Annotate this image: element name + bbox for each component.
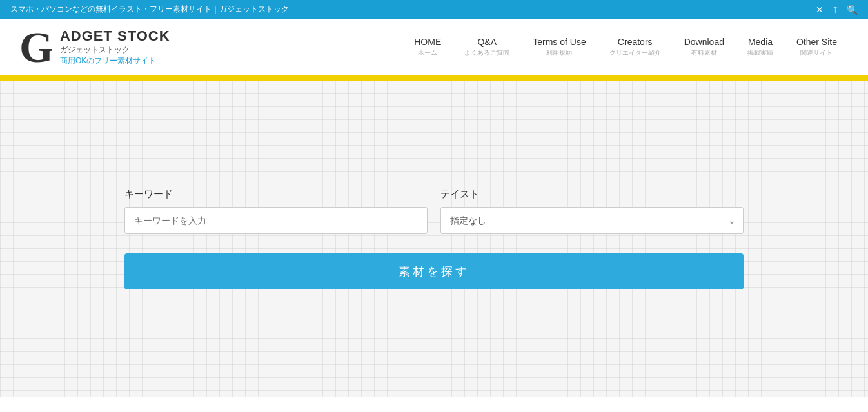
taste-select-wrapper: 指定なし ⌄: [440, 207, 744, 234]
header: G ADGET STOCK ガジェットストック 商用OKのフリー素材サイト HO…: [0, 19, 868, 75]
nav-qa-label: Q&A: [477, 37, 497, 47]
main-nav: HOME ホーム Q&A よくあるご質問 Terms of Use 利用規約 C…: [402, 33, 849, 61]
nav-creators-sub: クリエイター紹介: [609, 48, 661, 57]
taste-col: テイスト 指定なし ⌄: [440, 188, 744, 234]
taste-select[interactable]: 指定なし: [440, 207, 744, 234]
logo-letter: G: [19, 25, 54, 69]
nav-terms[interactable]: Terms of Use 利用規約: [521, 33, 597, 61]
logo-text: ADGET STOCK ガジェットストック 商用OKのフリー素材サイト: [60, 28, 170, 66]
nav-home-label: HOME: [414, 37, 441, 47]
nav-creators[interactable]: Creators クリエイター紹介: [598, 33, 673, 61]
nav-download-label: Download: [684, 37, 724, 47]
logo-title: ADGET STOCK: [60, 28, 170, 44]
main-content: キーワード テイスト 指定なし ⌄ 素材を探す: [0, 81, 868, 397]
banner-text: スマホ・パソコンなどの無料イラスト・フリー素材サイト｜ガジェットストック: [10, 4, 289, 15]
keyword-col: キーワード: [124, 188, 428, 234]
taste-label: テイスト: [440, 188, 744, 201]
search-button[interactable]: 素材を探す: [124, 253, 744, 289]
search-row: キーワード テイスト 指定なし ⌄: [124, 188, 744, 234]
logo-subtitle-jp: ガジェットストック: [60, 44, 170, 55]
nav-creators-label: Creators: [618, 37, 653, 47]
nav-media-sub: 掲載実績: [747, 48, 773, 57]
banner-icons: ✕ ⍑ 🔍: [816, 5, 858, 15]
keyword-label: キーワード: [124, 188, 428, 201]
yellow-bar: [0, 75, 868, 81]
nav-home[interactable]: HOME ホーム: [402, 33, 453, 61]
nav-terms-sub: 利用規約: [546, 48, 572, 57]
rss-icon[interactable]: ⍑: [833, 5, 838, 15]
nav-terms-label: Terms of Use: [533, 37, 586, 47]
nav-download-sub: 有料素材: [691, 48, 717, 57]
logo-tagline: 商用OKのフリー素材サイト: [60, 55, 170, 66]
logo-area: G ADGET STOCK ガジェットストック 商用OKのフリー素材サイト: [19, 25, 170, 69]
keyword-input[interactable]: [124, 207, 428, 234]
nav-other-label: Other Site: [796, 37, 837, 47]
x-icon[interactable]: ✕: [816, 5, 824, 15]
nav-media[interactable]: Media 掲載実績: [736, 33, 785, 61]
nav-qa-sub: よくあるご質問: [464, 48, 509, 57]
nav-other-sub: 関連サイト: [800, 48, 833, 57]
top-banner: スマホ・パソコンなどの無料イラスト・フリー素材サイト｜ガジェットストック ✕ ⍑…: [0, 0, 868, 19]
nav-media-label: Media: [748, 37, 773, 47]
logo-title-text: ADGET STOCK: [60, 28, 170, 44]
nav-qa[interactable]: Q&A よくあるご質問: [453, 33, 521, 61]
search-box: キーワード テイスト 指定なし ⌄ 素材を探す: [124, 188, 744, 289]
nav-other-site[interactable]: Other Site 関連サイト: [785, 33, 849, 61]
nav-home-sub: ホーム: [418, 48, 437, 57]
search-icon[interactable]: 🔍: [847, 5, 858, 15]
nav-download[interactable]: Download 有料素材: [673, 33, 736, 61]
